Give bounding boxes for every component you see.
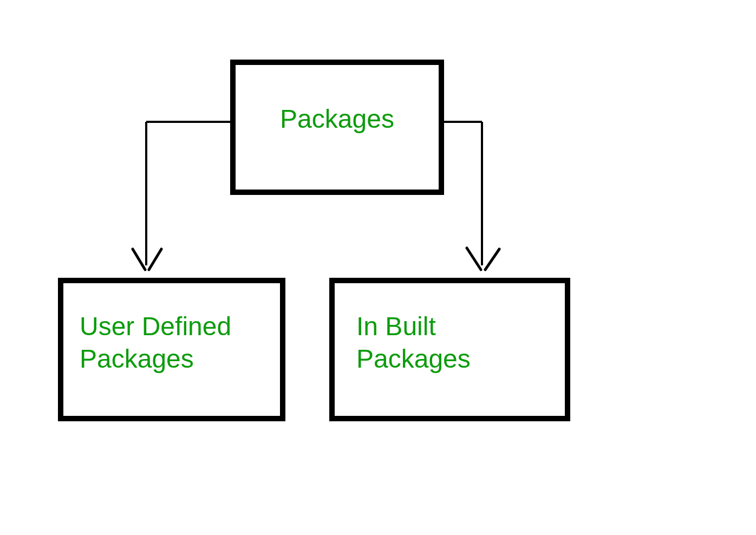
diagram-node-packages: Packages bbox=[230, 60, 444, 195]
svg-line-2 bbox=[133, 249, 145, 270]
svg-line-6 bbox=[467, 248, 481, 270]
node-label-user-defined: User Defined Packages bbox=[80, 310, 264, 375]
svg-line-3 bbox=[149, 249, 161, 270]
node-label-packages: Packages bbox=[280, 103, 394, 135]
svg-line-7 bbox=[485, 249, 499, 270]
diagram-node-user-defined: User Defined Packages bbox=[58, 278, 285, 421]
diagram-node-in-built: In Built Packages bbox=[329, 278, 570, 421]
node-label-in-built: In Built Packages bbox=[356, 310, 549, 375]
